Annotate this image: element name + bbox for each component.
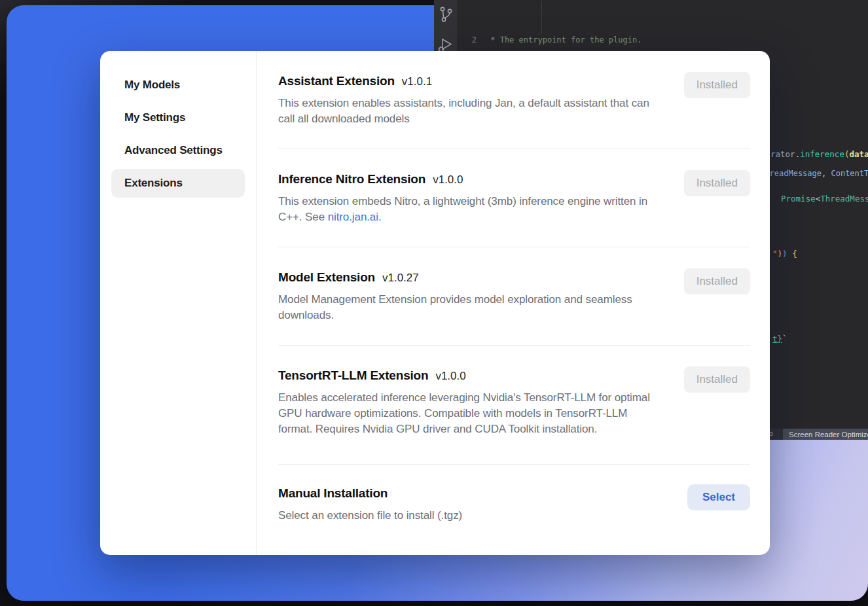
extension-name: Inference Nitro Extension — [278, 170, 425, 188]
line-number: 2 — [457, 35, 486, 46]
extensions-panel: Assistant Extension v1.0.1 This extensio… — [257, 51, 770, 555]
installed-button[interactable]: Installed — [684, 366, 750, 393]
sidebar-item-advanced-settings[interactable]: Advanced Settings — [111, 136, 245, 165]
installed-button[interactable]: Installed — [684, 268, 750, 294]
extension-version: v1.0.27 — [382, 272, 419, 285]
desktop-background: 2 * The entrypoint for the plugin. 3 */ … — [0, 0, 868, 606]
installed-button[interactable]: Installed — [684, 170, 750, 196]
extension-version: v1.0.1 — [402, 75, 432, 88]
settings-sidebar: My Models My Settings Advanced Settings … — [100, 51, 257, 555]
screen-reader-optimize-status-item[interactable]: Screen Reader Optimize — [783, 429, 868, 440]
sidebar-item-my-settings[interactable]: My Settings — [111, 103, 245, 132]
code-fragment: Promise<ThreadMessage> — [781, 194, 868, 204]
code-text: * The entrypoint for the plugin. — [486, 35, 642, 46]
manual-installation-info: Manual Installation Select an extension … — [278, 484, 462, 524]
code-fragment: rator.inference(data)); — [770, 149, 868, 159]
extension-name: Assistant Extension — [278, 72, 395, 90]
select-file-button[interactable]: Select — [687, 484, 750, 510]
extension-name: Model Extension — [278, 268, 375, 287]
extension-info: Model Extension v1.0.27 Model Management… — [278, 268, 657, 323]
extension-description: This extension embeds Nitro, a lightweig… — [278, 194, 657, 225]
extension-info: Assistant Extension v1.0.1 This extensio… — [278, 72, 657, 127]
extension-version: v1.0.0 — [433, 173, 463, 187]
sidebar-item-my-models[interactable]: My Models — [111, 71, 245, 99]
extension-row-tensorrt-llm: TensortRT-LLM Extension v1.0.0 Enables a… — [278, 346, 750, 465]
extension-info: TensortRT-LLM Extension v1.0.0 Enables a… — [278, 366, 657, 437]
manual-installation-description: Select an extension file to install (.tg… — [278, 508, 462, 524]
code-line: 2 * The entrypoint for the plugin. — [457, 35, 868, 46]
indent-guide — [541, 1, 542, 34]
extension-row-inference-nitro: Inference Nitro Extension v1.0.0 This ex… — [278, 149, 750, 247]
manual-installation-title: Manual Installation — [278, 484, 388, 503]
code-fragment: t}` — [772, 334, 787, 344]
manual-installation-row: Manual Installation Select an extension … — [278, 465, 750, 539]
source-control-icon[interactable] — [438, 5, 454, 26]
code-fragment: ")) { — [772, 249, 797, 258]
settings-modal: My Models My Settings Advanced Settings … — [100, 51, 770, 555]
extension-info: Inference Nitro Extension v1.0.0 This ex… — [278, 170, 657, 225]
extension-row-model: Model Extension v1.0.27 Model Management… — [278, 247, 750, 346]
installed-button[interactable]: Installed — [684, 72, 750, 98]
extension-description: This extension enables assistants, inclu… — [278, 96, 657, 127]
extension-description: Enables accelerated inference leveraging… — [278, 390, 657, 437]
nitro-jan-ai-link[interactable]: nitro.jan.ai. — [328, 211, 382, 223]
extension-name: TensortRT-LLM Extension — [278, 366, 428, 385]
extension-version: v1.0.0 — [435, 370, 465, 383]
extension-row-assistant: Assistant Extension v1.0.1 This extensio… — [278, 51, 750, 149]
extension-description: Model Management Extension provides mode… — [278, 292, 657, 323]
sidebar-item-extensions[interactable]: Extensions — [111, 169, 245, 198]
